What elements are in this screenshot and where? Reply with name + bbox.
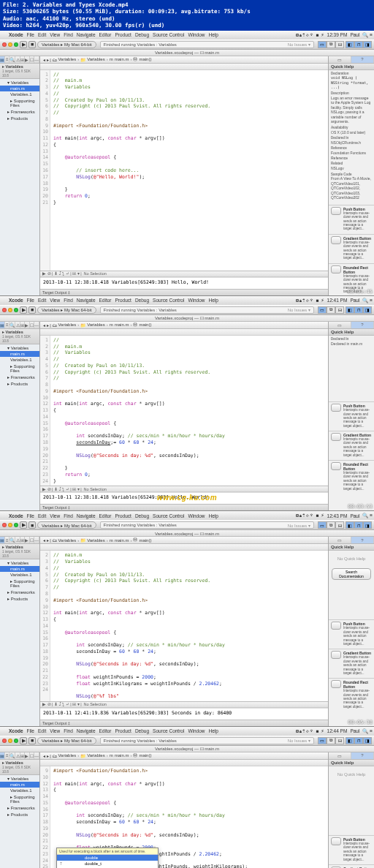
autocomplete-option-double-t[interactable]: Tdouble_t xyxy=(57,861,158,867)
autocomplete-option-double[interactable]: double xyxy=(57,855,158,861)
console-output[interactable]: 2013-10-11 12:41:19.836 Variables[65290:… xyxy=(40,708,328,720)
clock: 12:39 PM xyxy=(327,32,348,37)
menu-find[interactable]: Find xyxy=(64,32,73,37)
frame-4: XcodeFileEditViewFindNavigateEditorProdu… xyxy=(0,727,374,868)
menu-window[interactable]: Window xyxy=(188,32,205,37)
scheme-selector[interactable]: Variables ▸ My Mac 64-bit xyxy=(37,306,96,314)
jump-bar[interactable]: ◂ ▸ | 🗂 Variables›📁 Variables›m main.m›Ⓜ… xyxy=(40,56,328,64)
object-gradient-button[interactable]: Gradient ButtonIntercepts mouse-down eve… xyxy=(329,234,374,262)
sidebar-item-products[interactable]: ▸ Products xyxy=(0,115,39,121)
stop-button[interactable]: ■ xyxy=(28,41,36,48)
menu-editor[interactable]: Editor xyxy=(99,32,112,37)
menu-sourcecontrol[interactable]: Source Control xyxy=(153,32,184,37)
scheme-selector[interactable]: Variables ▸ My Mac 64-bit xyxy=(37,41,96,48)
search-documentation-button[interactable]: Search Documentation xyxy=(332,568,371,580)
frame-1: Xcode File Edit View Find Navigate Edito… xyxy=(0,31,374,296)
navigator-tabs[interactable]: ▤≡🔍⚠⊞▶☐⋯ xyxy=(0,56,39,64)
menu-help[interactable]: Help xyxy=(209,32,218,37)
activity-status: Finished running Variables : VariablesNo… xyxy=(100,41,314,48)
menubar-icons[interactable]: ⊞ ⏏ ⇧ ⊙ ᯤ ■ ⚡︎ xyxy=(296,32,324,38)
inspector-tabs[interactable]: ▭? xyxy=(329,56,374,64)
frame-2: XcodeFileEditViewFindNavigateEditorProdu… xyxy=(0,296,374,512)
run-button[interactable]: ▶ xyxy=(20,41,27,48)
no-quick-help-label: No Quick Help xyxy=(329,551,374,567)
menu-debug[interactable]: Debug xyxy=(135,32,149,37)
run-button[interactable]: ▶ xyxy=(20,306,27,314)
code-area[interactable]: // // main.m // Variables // // Created … xyxy=(50,336,328,486)
sidebar-item-mainm[interactable]: main.m xyxy=(0,86,39,91)
console-footer: Target Output ‡ xyxy=(40,289,328,295)
mac-menubar: Xcode File Edit View Find Navigate Edito… xyxy=(0,31,374,39)
sidebar-item-mainm[interactable]: main.m xyxy=(0,351,39,357)
autocomplete-hint: Used for executing a block after a set a… xyxy=(57,848,158,855)
console-output[interactable]: 2013-10-11 12:38:18.418 Variables[65249:… xyxy=(40,277,328,289)
menu-product[interactable]: Product xyxy=(115,32,131,37)
menu-file[interactable]: File xyxy=(27,32,34,37)
menu-navigate[interactable]: Navigate xyxy=(77,32,96,37)
menu-view[interactable]: View xyxy=(50,32,60,37)
window-zoom-icon[interactable] xyxy=(14,42,18,47)
code-area[interactable]: // main.m // Variables // // Created by … xyxy=(50,551,328,701)
frame-3: XcodeFileEditViewFindNavigateEditorProdu… xyxy=(0,511,374,727)
window-close-icon[interactable] xyxy=(2,42,7,47)
project-root[interactable]: ▸ Variables1 target, OS X SDK 10.8 xyxy=(0,64,39,79)
utilities-panel: ▭? Quick Help Declarationvoid NSLog ( NS… xyxy=(329,56,374,295)
debug-toolbar[interactable]: ▶ ⊘ | ⬇ ⤴ ⤵ ⤶ | ⊞ ▾ | No Selection xyxy=(40,271,328,277)
quick-help-header: Quick Help xyxy=(329,64,374,70)
sidebar-item-variables1[interactable]: Variables.1 xyxy=(0,91,39,97)
stop-button[interactable]: ■ xyxy=(28,306,36,314)
spotlight-icon[interactable]: 🔍 ≡ xyxy=(362,32,373,38)
menu-xcode[interactable]: Xcode xyxy=(9,32,23,37)
object-push-button[interactable]: Push ButtonIntercepts mouse-down events … xyxy=(329,205,374,233)
autocomplete-popup[interactable]: Used for executing a block after a set a… xyxy=(56,848,159,868)
source-editor[interactable]: ◂ ▸ | 🗂 Variables›📁 Variables›m main.m›Ⓜ… xyxy=(40,56,329,295)
timecode: 00:01:45 xyxy=(348,289,373,295)
sidebar-group-variables[interactable]: ▾ Variables xyxy=(0,79,39,86)
xcode-toolbar: ▶ ■ Variables ▸ My Mac 64-bit Finished r… xyxy=(0,39,374,50)
ffprobe-header: File: 2. Variables and Types Xcode.mp4 S… xyxy=(0,0,374,31)
watermark: www.cg-ku.com xyxy=(157,494,217,502)
window-min-icon[interactable] xyxy=(8,42,12,47)
navigator-sidebar: ▤≡🔍⚠⊞▶☐⋯ ▸ Variables1 target, OS X SDK 1… xyxy=(0,56,40,295)
menu-edit[interactable]: Edit xyxy=(38,32,46,37)
sidebar-item-frameworks[interactable]: ▸ Frameworks xyxy=(0,108,39,115)
view-toggles[interactable]: ◧⊓◨ xyxy=(346,41,372,48)
user-name[interactable]: Paul xyxy=(350,32,359,37)
window-title: Variables.xcodeproj — ⊡ main.m xyxy=(0,50,374,56)
code-area[interactable]: // // main.m // Variables // // Created … xyxy=(50,70,328,271)
sidebar-item-supporting[interactable]: ▸ Supporting Files xyxy=(0,97,39,108)
editor-mode-seg[interactable]: ▭⧉⊟ xyxy=(318,41,344,48)
